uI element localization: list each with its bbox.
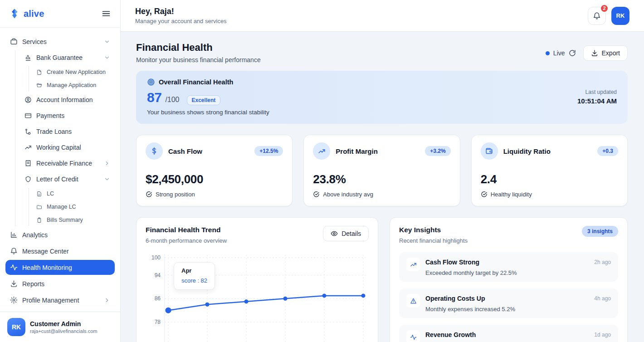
sidebar-item-label: Health Monitoring	[22, 264, 72, 271]
user-name: Customer Admin	[30, 320, 97, 327]
greeting-subtitle: Manage your account and services	[135, 18, 227, 24]
metric-value: $2,450,000	[146, 172, 283, 186]
svg-text:100: 100	[151, 254, 161, 261]
sidebar-item-receivable-finance[interactable]: Receivable Finance	[20, 156, 115, 171]
health-score: 87	[147, 90, 161, 105]
avatar: RK	[7, 318, 25, 336]
sidebar-item-label: Bills Summary	[47, 217, 83, 223]
sidebar-item-bills-summary[interactable]: Bills Summary	[33, 214, 115, 226]
sidebar-item-working-capital[interactable]: Working Capital	[20, 140, 115, 155]
sidebar-item-profile-management[interactable]: Profile Management	[5, 293, 115, 308]
menu-toggle-button[interactable]	[101, 9, 111, 19]
insight-row-operating-costs[interactable]: Operating Costs Up Monthly expenses incr…	[399, 288, 618, 318]
sidebar-item-health-monitoring[interactable]: Health Monitoring	[5, 260, 115, 275]
trend-title: Financial Health Trend	[146, 226, 227, 234]
overall-health-banner: Overall Financial Health 87 /100 Excelle…	[136, 71, 628, 124]
sidebar-item-label: Receivable Finance	[36, 160, 92, 167]
sidebar-item-manage-application[interactable]: Manage Application	[33, 79, 115, 91]
export-button[interactable]: Export	[583, 45, 628, 61]
health-score-max: /100	[165, 96, 179, 104]
key-insights-card: Key Insights Recent financial highlights…	[390, 217, 628, 342]
sidebar-item-label: Trade Loans	[36, 128, 72, 135]
sidebar-item-label: Analytics	[22, 231, 48, 239]
chevron-down-icon	[104, 176, 110, 182]
sidebar-item-label: Manage Application	[47, 82, 96, 88]
insight-list: Cash Flow Strong Exceeded monthly target…	[399, 252, 618, 342]
chevron-right-icon	[104, 297, 110, 303]
stamp-icon	[24, 54, 32, 61]
live-label: Live	[553, 49, 565, 57]
letter-of-credit-subgroup: LC Manage LC Bills Summary	[29, 188, 115, 226]
export-label: Export	[602, 49, 620, 57]
notification-badge: 2	[600, 4, 609, 13]
insight-time: 4h ago	[594, 294, 611, 302]
greeting: Hey, Raja!	[135, 7, 227, 16]
sidebar-item-label: Create New Application	[47, 69, 106, 75]
metric-status-text: Healthy liquidity	[491, 191, 532, 198]
insights-subtitle: Recent financial highlights	[399, 237, 468, 244]
target-icon	[147, 78, 155, 86]
sidebar-item-label: Bank Guarantee	[36, 54, 83, 61]
live-dot-icon	[546, 51, 550, 55]
sidebar-item-account-information[interactable]: Account Information	[20, 93, 115, 107]
profile-avatar-button[interactable]: RK	[611, 7, 629, 25]
sidebar-item-analytics[interactable]: Analytics	[5, 227, 115, 242]
sidebar-item-letter-of-credit[interactable]: Letter of Credit	[20, 172, 115, 186]
trend-subtitle: 6-month performance overview	[146, 237, 227, 244]
sidebar-item-trade-loans[interactable]: Trade Loans	[20, 124, 115, 139]
activity-icon	[10, 264, 18, 271]
cash-flow-card: Cash Flow +12.5% $2,450,000 Strong posit…	[136, 135, 293, 206]
sidebar-item-manage-lc[interactable]: Manage LC	[33, 201, 115, 213]
page-content: Financial Health Monitor your business f…	[121, 32, 644, 342]
chevron-down-icon	[104, 54, 110, 61]
sidebar-item-label: Payments	[36, 112, 64, 119]
file-text-icon	[36, 191, 42, 197]
profit-margin-card: Profit Margin +3.2% 23.8% Above industry…	[303, 135, 460, 206]
sidebar-item-lc[interactable]: LC	[33, 188, 115, 200]
insight-row-revenue-growth[interactable]: Revenue Growth 1d ago	[399, 325, 618, 342]
wallet-icon	[481, 142, 498, 160]
refresh-icon	[569, 49, 576, 57]
chevron-right-icon	[104, 160, 110, 166]
bar-chart-icon	[10, 231, 18, 239]
sidebar-item-reports[interactable]: Reports	[5, 276, 115, 291]
health-description: Your business shows strong financial sta…	[147, 109, 269, 116]
svg-text:94: 94	[155, 272, 161, 278]
trending-up-icon	[406, 258, 420, 271]
trending-up-icon	[313, 142, 330, 160]
receipt-icon	[24, 160, 32, 167]
sidebar-item-message-center[interactable]: Message Center	[5, 244, 115, 259]
trade-loans-icon	[24, 128, 32, 135]
file-icon	[36, 69, 42, 75]
insight-time: 1d ago	[594, 330, 611, 338]
sidebar-item-label: Account Information	[36, 96, 93, 103]
insight-row-cash-flow[interactable]: Cash Flow Strong Exceeded monthly target…	[399, 252, 618, 282]
download-icon	[10, 280, 18, 288]
bell-icon	[593, 12, 601, 20]
sidebar-header: alive	[0, 0, 120, 28]
health-rating-badge: Excellent	[187, 95, 221, 105]
sidebar-item-create-new-application[interactable]: Create New Application	[33, 66, 115, 78]
chart-tooltip: Apr score : 82	[174, 262, 215, 290]
services-subgroup: Bank Guarantee Create New Application Ma…	[15, 50, 115, 226]
notifications-button[interactable]: 2	[588, 7, 606, 25]
metric-change-badge: +12.5%	[254, 146, 283, 156]
insights-title: Key Insights	[399, 226, 468, 234]
sidebar-item-label: Services	[22, 38, 47, 45]
tooltip-month: Apr	[181, 267, 207, 274]
details-button[interactable]: Details	[323, 226, 369, 241]
sidebar-item-label: Message Center	[22, 248, 69, 255]
sidebar-item-services[interactable]: Services	[5, 34, 115, 49]
page-title: Financial Health	[136, 42, 261, 54]
overall-health-title: Overall Financial Health	[159, 78, 233, 86]
sidebar-user-panel[interactable]: RK Customer Admin raja+cust@alivefinanci…	[0, 312, 120, 342]
metric-cards: Cash Flow +12.5% $2,450,000 Strong posit…	[136, 135, 628, 206]
sidebar-item-payments[interactable]: Payments	[20, 108, 115, 123]
sidebar-item-bank-guarantee[interactable]: Bank Guarantee	[20, 50, 115, 65]
gear-icon	[10, 296, 18, 304]
tooltip-score: score : 82	[181, 277, 207, 284]
refresh-button[interactable]	[569, 49, 576, 57]
topbar: Hey, Raja! Manage your account and servi…	[121, 0, 644, 32]
insight-title: Operating Costs Up	[425, 294, 515, 302]
sidebar-nav: Services Bank Guarantee Create New Appli…	[0, 28, 120, 342]
